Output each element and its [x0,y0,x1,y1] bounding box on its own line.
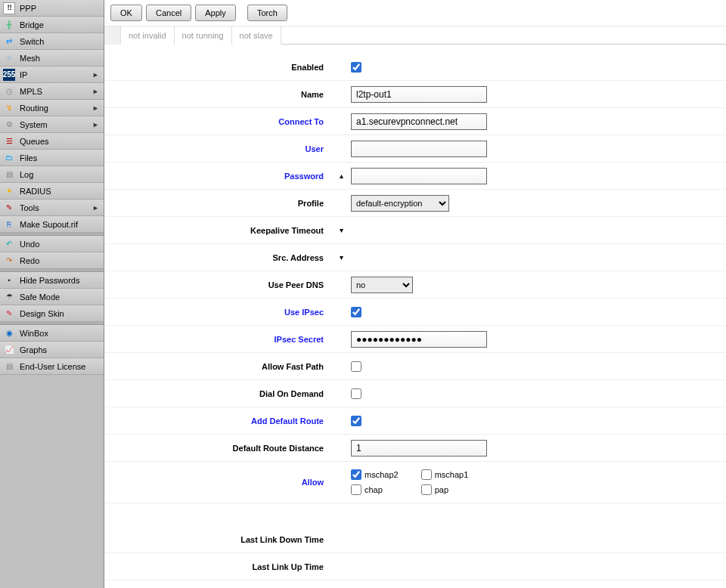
allow-mschap1-checkbox[interactable] [421,469,432,480]
status-flags-bar: not invalid not running not slave [104,26,726,45]
sidebar-item-mesh[interactable]: ⁘Mesh [0,50,104,67]
default-route-distance-label: Default Route Distance [104,444,331,453]
row-last-link-up: Last Link Up Time [104,553,726,580]
sidebar-item-files[interactable]: 🗀Files [0,150,104,166]
allow-fast-path-checkbox[interactable] [351,361,361,372]
submenu-arrow-icon: ► [92,204,99,212]
enabled-label: Enabled [104,63,331,72]
flag-not-slave: not slave [232,26,281,45]
profile-select[interactable]: default-encryption [351,195,449,212]
connect-to-label: Connect To [104,117,331,126]
sidebar-menu-bottom: ◉WinBox 📈Graphs ▤End-User License [0,325,104,375]
torch-button[interactable]: Torch [247,5,287,21]
row-src-address: Src. Address ▾ [104,244,726,271]
dial-on-demand-checkbox[interactable] [351,388,361,399]
allow-label: Allow [104,478,331,487]
password-collapse-toggle[interactable]: ▴ [331,172,351,180]
use-ipsec-label: Use IPsec [104,308,331,317]
allow-fast-path-label: Allow Fast Path [104,362,331,371]
row-enabled: Enabled [104,54,726,81]
row-password: Password ▴ [104,162,726,190]
default-route-distance-input[interactable] [351,440,487,456]
graphs-icon: 📈 [3,344,15,356]
sidebar-item-supout[interactable]: ⎘Make Supout.rif [0,216,104,233]
sidebar-item-log[interactable]: ▤Log [0,166,104,183]
sidebar-item-system[interactable]: ⚙System► [0,116,104,133]
name-label: Name [104,90,331,99]
add-default-route-checkbox[interactable] [351,416,361,426]
user-input[interactable] [351,141,487,157]
row-ipsec-secret: IPsec Secret [104,326,726,353]
allow-mschap2[interactable]: mschap2 [351,469,399,480]
row-default-route-distance: Default Route Distance [104,435,726,462]
allow-mschap2-checkbox[interactable] [351,469,361,480]
mesh-icon: ⁘ [3,52,15,64]
cancel-button[interactable]: Cancel [146,5,191,21]
row-connect-to: Connect To [104,108,726,135]
keepalive-expand-toggle[interactable]: ▾ [331,226,351,234]
allow-pap[interactable]: pap [421,484,469,495]
connect-to-input[interactable] [351,113,487,130]
row-allow-fast-path: Allow Fast Path [104,353,726,380]
sidebar-item-graphs[interactable]: 📈Graphs [0,342,104,358]
sidebar-item-ip[interactable]: 255IP► [0,67,104,83]
sidebar-item-winbox[interactable]: ◉WinBox [0,325,104,342]
redo-icon: ↷ [3,255,15,267]
bridge-icon: ╫ [3,19,15,31]
tools-icon: ✎ [3,202,15,214]
submenu-arrow-icon: ► [92,121,99,128]
flag-not-running: not running [175,26,232,45]
use-ipsec-checkbox[interactable] [351,307,361,317]
row-dial-on-demand: Dial On Demand [104,380,726,407]
src-address-expand-toggle[interactable]: ▾ [331,253,351,262]
sidebar-item-routing[interactable]: ↯Routing► [0,100,104,116]
row-use-ipsec: Use IPsec [104,299,726,326]
password-label: Password [104,172,331,181]
row-name: Name [104,81,726,108]
allow-chap[interactable]: chap [351,484,399,495]
submenu-arrow-icon: ► [92,71,99,79]
sidebar-item-bridge[interactable]: ╫Bridge [0,17,104,33]
ipsec-secret-label: IPsec Secret [104,335,331,344]
dial-on-demand-label: Dial On Demand [104,389,331,398]
use-peer-dns-label: Use Peer DNS [104,280,331,289]
hide-icon: ▪ [3,274,15,286]
interface-form: Enabled Name Connect To User Password ▴ … [104,45,726,588]
sidebar-item-mpls[interactable]: ◷MPLS► [0,83,104,100]
ok-button[interactable]: OK [110,5,142,21]
sidebar-item-switch[interactable]: ⇄Switch [0,33,104,50]
ipsec-secret-input[interactable] [351,331,487,348]
sidebar-item-safe-mode[interactable]: ☂Safe Mode [0,289,104,305]
row-use-peer-dns: Use Peer DNS no [104,271,726,299]
apply-button[interactable]: Apply [195,5,236,21]
toolbar: OK Cancel Apply Torch [104,0,726,26]
undo-icon: ↶ [3,238,15,250]
allow-pap-checkbox[interactable] [421,484,432,495]
sidebar-item-ppp[interactable]: ⠿PPP [0,0,104,17]
sidebar-item-undo[interactable]: ↶Undo [0,236,104,252]
safe-icon: ☂ [3,291,15,303]
password-input[interactable] [351,168,487,184]
sidebar-item-eul[interactable]: ▤End-User License [0,358,104,375]
name-input[interactable] [351,86,487,103]
sidebar-item-hide-passwords[interactable]: ▪Hide Passwords [0,272,104,289]
sidebar-item-tools[interactable]: ✎Tools► [0,200,104,216]
sidebar-item-queues[interactable]: ☰Queues [0,133,104,150]
allow-chap-checkbox[interactable] [351,484,361,495]
enabled-checkbox[interactable] [351,62,361,73]
use-peer-dns-select[interactable]: no [351,277,413,293]
sidebar-menu-main: ⠿PPP ╫Bridge ⇄Switch ⁘Mesh 255IP► ◷MPLS►… [0,0,104,233]
allow-mschap1[interactable]: mschap1 [421,469,469,480]
skin-icon: ✎ [3,308,15,320]
ip-icon: 255 [3,69,15,81]
routing-icon: ↯ [3,102,15,114]
submenu-arrow-icon: ► [92,88,99,95]
sidebar-item-design-skin[interactable]: ✎Design Skin [0,305,104,322]
sidebar-menu-undo: ↶Undo ↷Redo [0,236,104,269]
files-icon: 🗀 [3,152,15,164]
sidebar-item-radius[interactable]: ✦RADIUS [0,183,104,200]
last-link-up-label: Last Link Up Time [104,562,331,571]
row-profile: Profile default-encryption [104,190,726,217]
flag-blank [104,26,121,45]
sidebar-item-redo[interactable]: ↷Redo [0,252,104,269]
